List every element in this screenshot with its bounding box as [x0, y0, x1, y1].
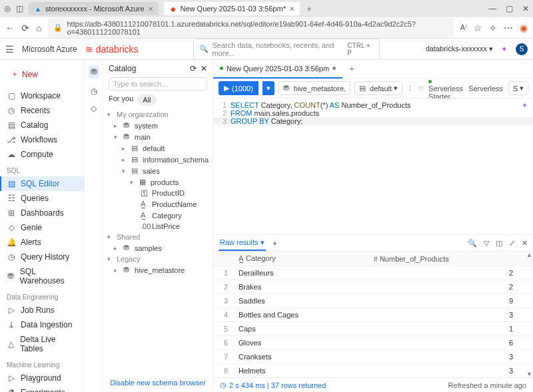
schema-icon[interactable]: ◇ [91, 104, 97, 113]
tree-node-legacy[interactable]: ▾Legacy [106, 254, 210, 264]
nav-item-recents[interactable]: ◷Recents [0, 103, 84, 118]
tree-node-column[interactable]: .00ListPrice [106, 221, 210, 232]
assistant-icon[interactable]: ✦ [501, 45, 508, 54]
table-row[interactable]: 6Gloves6 [213, 336, 533, 350]
add-results-button[interactable]: ＋ [271, 238, 278, 248]
query-tab[interactable]: New Query 2025-01-03 3:56pm [213, 60, 342, 79]
nav-item-compute[interactable]: ☁Compute [0, 147, 84, 162]
menu-icon[interactable]: ☰ [5, 44, 14, 55]
run-dropdown[interactable]: ▾ [263, 81, 274, 95]
table-row[interactable]: 4Bottles and Cages3 [213, 308, 533, 322]
sql-editor[interactable]: ✦ 1SELECT Category, COUNT(*) AS Number_o… [213, 98, 533, 234]
columns-icon[interactable]: ◫ [496, 239, 502, 248]
results-tab[interactable]: Raw results ▾ [219, 236, 266, 251]
size-selector[interactable]: S ▾ [508, 81, 528, 95]
catalog-panel: Catalog ⟳ ✕ Type to search... For you Al… [103, 60, 213, 392]
tree-node-catalog[interactable]: ▸⛃system [106, 120, 210, 131]
tree-node-org[interactable]: ▾My organization [106, 109, 210, 120]
tree-node-shared[interactable]: ▾Shared [106, 232, 210, 242]
close-icon[interactable]: ✕ [201, 64, 207, 73]
catalog-selector[interactable]: ⛃hive_metastore. [278, 81, 350, 95]
close-icon[interactable]: ✕ [522, 239, 528, 248]
tree-node-table[interactable]: ▾▦products [106, 176, 210, 188]
status-bar: ◷2 s 434 ms | 37 rows returned Refreshed… [213, 377, 533, 392]
tree-node-schema[interactable]: ▾▤sales [106, 165, 210, 176]
table-row[interactable]: 2Brakes2 [213, 280, 533, 294]
close-window-icon[interactable]: ✕ [522, 4, 529, 13]
search-icon[interactable]: 🔍 [468, 239, 477, 248]
close-icon[interactable]: ✕ [148, 5, 153, 13]
filter-foryou[interactable]: For you [109, 95, 133, 105]
nav-item-workspace[interactable]: ▢Workspace [0, 89, 84, 103]
nav-item-catalog[interactable]: ▤Catalog [0, 118, 84, 132]
back-icon[interactable]: ← [5, 23, 15, 33]
browser-tab[interactable]: ▲ storexxxxxxx - Microsoft Azure ✕ [29, 2, 159, 15]
nav-item-workflows[interactable]: ⎇Workflows [0, 132, 84, 147]
table-row[interactable]: 7Cranksets3 [213, 350, 533, 364]
search-input[interactable]: 🔍 Search data, notebooks, recents, and m… [193, 39, 380, 60]
run-button[interactable]: ▶(1000) [219, 81, 259, 95]
nav-item-alerts[interactable]: 🔔Alerts [0, 235, 84, 250]
nav-item-data-ingestion[interactable]: ⤓Data Ingestion [0, 317, 84, 332]
extensions-icon[interactable]: ✧ [489, 23, 497, 33]
maximize-icon[interactable]: ▢ [506, 4, 513, 13]
results-table[interactable]: A̲Category #Number_of_Products 1Deraille… [213, 252, 533, 377]
cluster-selector[interactable]: Serverless Starter... [428, 77, 463, 100]
nav-item-job-runs[interactable]: ▷Job Runs [0, 303, 84, 317]
expand-icon[interactable]: ⤢ [509, 239, 515, 248]
tree-node-catalog[interactable]: ▸⛃hive_metastore [106, 264, 210, 276]
new-tab-button[interactable]: ＋ [305, 3, 313, 15]
filter-all[interactable]: All [137, 95, 156, 105]
schema-selector[interactable]: ▤default ▾ [354, 81, 402, 95]
more-icon[interactable]: ⋯ [504, 23, 513, 33]
nav-item-experiments[interactable]: ⚗Experiments [0, 385, 84, 392]
tree-node-column[interactable]: A̲ProductName [106, 198, 210, 210]
nav-item-sql-editor[interactable]: ▤SQL Editor [0, 176, 84, 191]
home-icon[interactable]: ⌂ [36, 23, 41, 33]
kebab-icon[interactable]: ⋮ [406, 84, 414, 93]
favorite-icon[interactable]: ☆ [474, 23, 482, 33]
tree-node-catalog[interactable]: ▸⛃samples [106, 242, 210, 254]
tree-node-column[interactable]: ⚿ProductID [106, 188, 210, 198]
read-aloud-icon[interactable]: A⁾ [460, 23, 467, 32]
new-button[interactable]: ＋New [5, 65, 79, 83]
nav-item-delta-live-tables[interactable]: △Delta Live Tables [0, 332, 84, 356]
status-metrics[interactable]: ◷2 s 434 ms | 37 rows returned [220, 381, 326, 389]
close-icon[interactable]: ✕ [289, 5, 294, 13]
add-tab-button[interactable]: ＋ [342, 63, 361, 75]
tree-node-schema[interactable]: ▸▤information_schema [106, 154, 210, 165]
nav-item-queries[interactable]: ☷Queries [0, 191, 84, 206]
tree-node-catalog[interactable]: ▾⛃main [106, 131, 210, 142]
url-input[interactable]: 🔒 https://adb-4380111210078101.1.azureda… [48, 18, 453, 38]
browser-tab[interactable]: ◆ New Query 2025-01-03 3:56pm* ✕ [164, 2, 300, 15]
nav-item-playground[interactable]: ▷Playground [0, 371, 84, 385]
copilot-icon[interactable]: ◉ [520, 23, 528, 33]
nav-item-dashboards[interactable]: ⊞Dashboards [0, 206, 84, 220]
catalog-icon[interactable]: ⛃ [89, 65, 99, 79]
assistant-icon[interactable]: ✦ [522, 101, 528, 110]
tabs-icon[interactable]: ◫ [16, 4, 23, 13]
table-row[interactable]: 1Derailleurs2 [213, 266, 533, 280]
refresh-icon[interactable]: ⟳ [190, 64, 197, 73]
nav-item-query-history[interactable]: ◷Query History [0, 250, 84, 264]
tree-node-schema[interactable]: ▸▤default [106, 142, 210, 154]
refresh-icon[interactable]: ⟳ [21, 23, 29, 33]
tree-node-column[interactable]: A̲Category [106, 210, 210, 221]
minimize-icon[interactable]: — [488, 4, 496, 13]
search-icon: 🔍 [199, 45, 209, 53]
avatar[interactable]: S [516, 43, 528, 55]
table-row[interactable]: 8Helmets3 [213, 364, 533, 378]
nav-item-genie[interactable]: ◇Genie [0, 220, 84, 235]
catalog-search-input[interactable]: Type to search... [109, 77, 207, 91]
nav-item-sql-warehouses[interactable]: ⛃SQL Warehouses [0, 264, 84, 288]
history-icon[interactable]: ◷ [91, 87, 97, 96]
filter-icon[interactable]: ▽ [484, 239, 489, 248]
favorite-icon[interactable]: ☆ [418, 84, 424, 93]
table-row[interactable]: 3Saddles9 [213, 294, 533, 308]
scroll-down-icon[interactable]: ▼ [526, 371, 532, 377]
workspace-switcher[interactable]: databricks-xxxxxxx ▾ [426, 45, 493, 53]
disable-schema-link[interactable]: Disable new schema browser [103, 373, 213, 392]
nav-label: Genie [21, 223, 42, 232]
scroll-up-icon[interactable]: ▲ [526, 252, 532, 258]
table-row[interactable]: 5Caps1 [213, 322, 533, 336]
